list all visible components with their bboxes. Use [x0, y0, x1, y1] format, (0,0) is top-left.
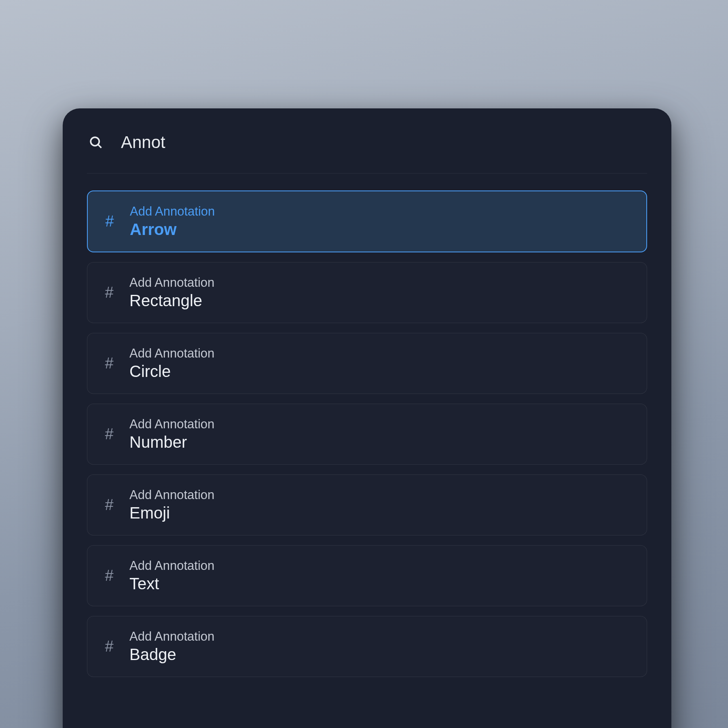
hash-icon: #: [104, 567, 115, 584]
result-text: Add Annotation Number: [129, 417, 214, 451]
result-text: Add Annotation Emoji: [129, 488, 214, 522]
svg-line-1: [98, 144, 101, 148]
result-item-circle[interactable]: # Add Annotation Circle: [87, 333, 647, 394]
result-name: Arrow: [130, 220, 215, 239]
hash-icon: #: [104, 425, 115, 443]
result-category: Add Annotation: [129, 346, 214, 361]
results-list: # Add Annotation Arrow # Add Annotation …: [87, 190, 647, 677]
search-icon: [89, 135, 103, 150]
search-row: [87, 128, 647, 174]
command-palette: # Add Annotation Arrow # Add Annotation …: [63, 108, 671, 728]
result-text: Add Annotation Circle: [129, 346, 214, 381]
result-name: Number: [129, 433, 214, 451]
hash-icon: #: [104, 355, 115, 372]
result-category: Add Annotation: [129, 559, 214, 573]
svg-point-0: [91, 137, 99, 146]
result-text: Add Annotation Text: [129, 559, 214, 593]
result-name: Text: [129, 575, 214, 593]
result-item-emoji[interactable]: # Add Annotation Emoji: [87, 474, 647, 535]
result-name: Rectangle: [129, 292, 214, 310]
result-item-badge[interactable]: # Add Annotation Badge: [87, 616, 647, 677]
result-category: Add Annotation: [129, 629, 214, 644]
result-category: Add Annotation: [129, 488, 214, 502]
hash-icon: #: [104, 496, 115, 514]
search-input[interactable]: [121, 133, 645, 152]
result-name: Emoji: [129, 504, 214, 522]
result-item-text[interactable]: # Add Annotation Text: [87, 545, 647, 606]
result-name: Badge: [129, 645, 214, 664]
result-category: Add Annotation: [129, 275, 214, 290]
hash-icon: #: [104, 638, 115, 655]
result-item-arrow[interactable]: # Add Annotation Arrow: [87, 190, 647, 252]
result-item-rectangle[interactable]: # Add Annotation Rectangle: [87, 262, 647, 323]
result-text: Add Annotation Arrow: [130, 204, 215, 239]
hash-icon: #: [104, 284, 115, 301]
result-text: Add Annotation Badge: [129, 629, 214, 664]
result-item-number[interactable]: # Add Annotation Number: [87, 404, 647, 465]
result-category: Add Annotation: [129, 417, 214, 432]
result-name: Circle: [129, 362, 214, 381]
result-text: Add Annotation Rectangle: [129, 275, 214, 310]
hash-icon: #: [104, 213, 115, 230]
result-category: Add Annotation: [130, 204, 215, 219]
